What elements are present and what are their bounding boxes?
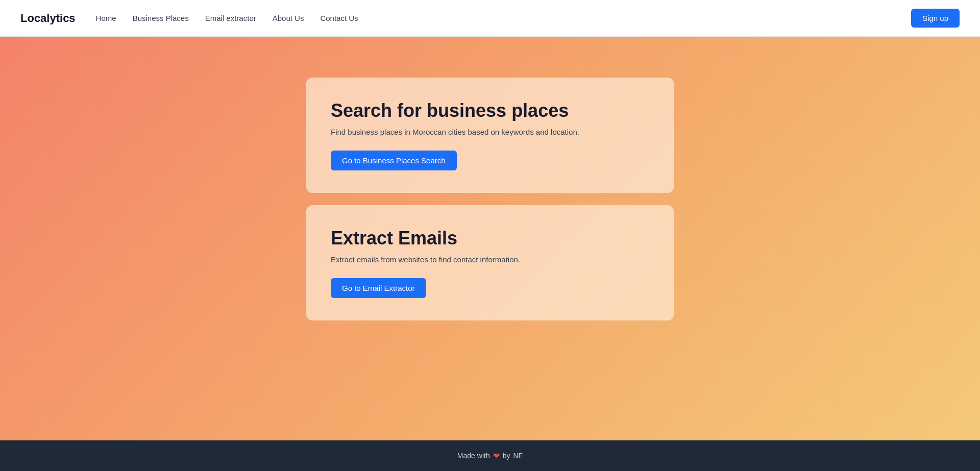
nav-link-email-extractor[interactable]: Email extractor [205,14,256,22]
email-extractor-card-title: Extract Emails [331,228,649,249]
cards-container: Search for business placesFind business … [306,78,674,320]
footer-by: by [503,452,510,460]
business-places-card-button[interactable]: Go to Business Places Search [331,151,457,170]
business-places-card-description: Find business places in Moroccan cities … [331,128,649,136]
email-extractor-card-description: Extract emails from websites to find con… [331,255,649,264]
signup-button[interactable]: Sign up [911,9,960,28]
email-extractor-card-button[interactable]: Go to Email Extractor [331,278,426,298]
business-places-card: Search for business placesFind business … [306,78,674,193]
footer-author-link[interactable]: NF [513,452,523,460]
footer-heart: ❤ [493,451,500,461]
footer: Made with ❤ by NF [0,440,980,471]
main-content: Search for business placesFind business … [0,37,980,440]
nav-links: HomeBusiness PlacesEmail extractorAbout … [96,14,912,22]
footer-made-with: Made with [457,452,490,460]
nav-link-about-us[interactable]: About Us [273,14,304,22]
email-extractor-card: Extract EmailsExtract emails from websit… [306,205,674,320]
business-places-card-title: Search for business places [331,100,649,121]
navbar: Localytics HomeBusiness PlacesEmail extr… [0,0,980,37]
nav-link-business-places[interactable]: Business Places [133,14,189,22]
brand-name: Localytics [20,12,76,25]
nav-link-contact-us[interactable]: Contact Us [320,14,358,22]
nav-link-home[interactable]: Home [96,14,116,22]
